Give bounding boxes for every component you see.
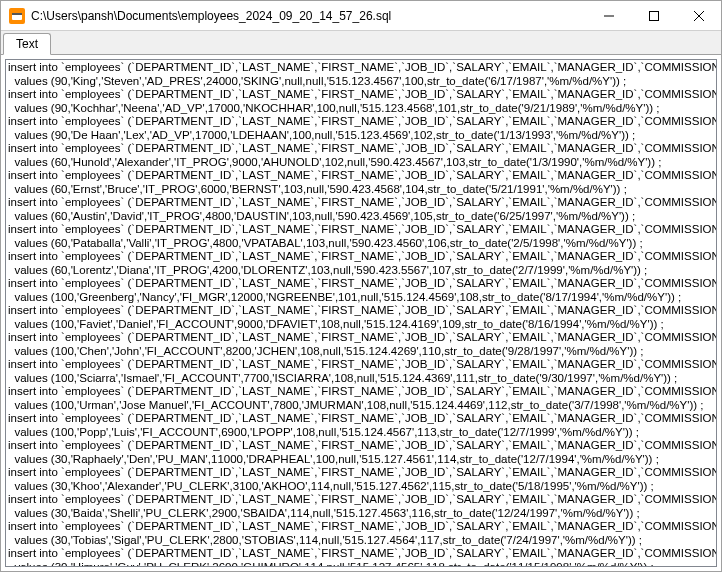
app-icon xyxy=(9,8,25,24)
maximize-button[interactable] xyxy=(631,1,676,30)
tab-text[interactable]: Text xyxy=(3,33,51,55)
svg-rect-1 xyxy=(12,13,22,15)
titlebar[interactable]: C:\Users\pansh\Documents\employees_2024_… xyxy=(1,1,721,31)
svg-rect-3 xyxy=(649,11,658,20)
maximize-icon xyxy=(649,11,659,21)
close-button[interactable] xyxy=(676,1,721,30)
window-title: C:\Users\pansh\Documents\employees_2024_… xyxy=(31,9,586,23)
content-border: insert into `employees` (`DEPARTMENT_ID`… xyxy=(5,59,717,567)
close-icon xyxy=(694,11,704,21)
minimize-button[interactable] xyxy=(586,1,631,30)
content-wrap: insert into `employees` (`DEPARTMENT_ID`… xyxy=(1,55,721,571)
window-controls xyxy=(586,1,721,30)
minimize-icon xyxy=(604,11,614,21)
sql-text-area[interactable]: insert into `employees` (`DEPARTMENT_ID`… xyxy=(6,60,716,566)
tabbar: Text xyxy=(1,31,721,55)
